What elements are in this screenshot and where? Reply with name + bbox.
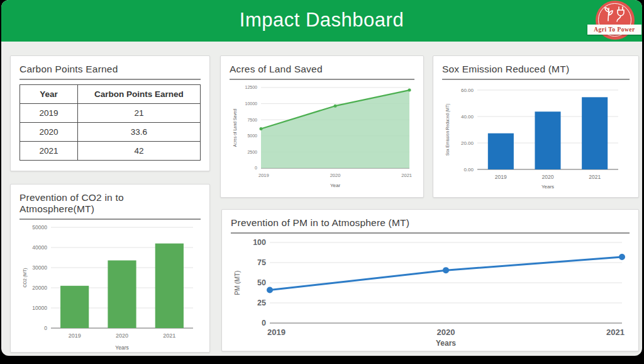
- svg-text:2021: 2021: [606, 327, 625, 337]
- svg-text:0: 0: [44, 325, 47, 331]
- sox-emission-chart: 0.0020.0040.0060.00201920202021Sox Emiss…: [442, 82, 630, 191]
- svg-text:2019: 2019: [258, 173, 269, 178]
- pm-prevention-chart: 0255075100201920202021PM (MT)Years: [231, 236, 630, 348]
- logo-ribbon-label: Agri To Power: [587, 25, 641, 35]
- title-divider: [19, 219, 201, 220]
- svg-text:10000: 10000: [245, 101, 258, 106]
- sprout-and-plug-icon: [603, 4, 627, 25]
- svg-text:12500: 12500: [245, 85, 258, 89]
- dashboard-frame: Impact Dashboard Agri To Power Carbon Po…: [1, 0, 642, 356]
- svg-text:2500: 2500: [247, 150, 257, 154]
- panel-co2-prevention: Prevention of CO2 in to Atmosphere(MT) 0…: [10, 184, 210, 353]
- svg-text:60.00: 60.00: [461, 88, 474, 93]
- svg-text:100: 100: [253, 238, 266, 247]
- svg-text:2021: 2021: [401, 173, 412, 178]
- panel-title: Carbon Points Earned: [19, 64, 201, 75]
- svg-text:Years: Years: [541, 184, 554, 190]
- svg-text:30000: 30000: [32, 264, 47, 271]
- svg-text:40.00: 40.00: [461, 114, 474, 120]
- panel-title: Acres of Land Saved: [230, 64, 414, 75]
- panel-carbon-points: Carbon Points Earned YearCarbon Points E…: [10, 55, 210, 171]
- svg-text:CO2 (MT): CO2 (MT): [23, 268, 28, 287]
- panel-title: Sox Emission Reduced (MT): [442, 64, 630, 75]
- svg-text:2020: 2020: [437, 327, 455, 337]
- svg-text:Year: Year: [330, 183, 341, 188]
- svg-text:20000: 20000: [32, 285, 47, 291]
- table-header-cell: Carbon Points Earned: [77, 85, 200, 104]
- table-cell: 21: [77, 104, 200, 123]
- table-cell: 2019: [20, 104, 78, 123]
- svg-text:2020: 2020: [330, 173, 341, 178]
- svg-text:10000: 10000: [32, 305, 47, 311]
- table-cell: 42: [77, 142, 200, 161]
- svg-text:0.00: 0.00: [464, 167, 474, 173]
- svg-text:50000: 50000: [32, 224, 47, 230]
- svg-text:2021: 2021: [163, 333, 175, 339]
- carbon-points-table: YearCarbon Points Earned201921202033.620…: [19, 84, 201, 161]
- title-divider: [19, 79, 201, 80]
- svg-text:2019: 2019: [495, 174, 507, 180]
- page-title: Impact Dashboard: [1, 0, 642, 40]
- svg-text:40000: 40000: [32, 244, 47, 251]
- table-row: 202033.6: [20, 123, 201, 142]
- svg-text:PM (MT): PM (MT): [234, 271, 241, 295]
- svg-text:Years: Years: [436, 339, 456, 348]
- svg-text:2020: 2020: [542, 174, 554, 180]
- svg-text:25: 25: [257, 299, 266, 307]
- panel-acres-of-land: Acres of Land Saved 02500500075001000012…: [220, 55, 424, 198]
- title-divider: [230, 79, 414, 80]
- svg-text:5000: 5000: [247, 134, 257, 138]
- svg-text:75: 75: [257, 258, 266, 267]
- svg-text:2019: 2019: [69, 333, 81, 339]
- svg-text:2019: 2019: [267, 327, 286, 337]
- panel-sox-emission: Sox Emission Reduced (MT) 0.0020.0040.00…: [433, 55, 639, 198]
- panel-title: Prevention of CO2 in to Atmosphere(MT): [19, 192, 201, 215]
- panel-title: Prevention of PM in to Atmosphere (MT): [231, 217, 630, 229]
- table-cell: 33.6: [77, 123, 200, 142]
- agri-to-power-logo: Agri To Power: [593, 1, 637, 41]
- svg-text:2021: 2021: [589, 174, 601, 180]
- svg-text:0: 0: [255, 166, 257, 170]
- header-bar: Impact Dashboard: [1, 0, 642, 42]
- panel-pm-prevention: Prevention of PM in to Atmosphere (MT) 0…: [221, 209, 639, 351]
- svg-text:Acres of Land Saved: Acres of Land Saved: [233, 108, 237, 147]
- svg-text:50: 50: [257, 278, 266, 287]
- title-divider: [231, 232, 630, 234]
- svg-text:0: 0: [262, 319, 266, 327]
- table-header-cell: Year: [20, 85, 78, 104]
- table-row: 202142: [20, 142, 201, 161]
- svg-text:7500: 7500: [247, 118, 257, 122]
- co2-prevention-chart: 01000020000300004000050000201920202021CO…: [19, 222, 202, 352]
- table-cell: 2020: [20, 123, 78, 142]
- table-cell: 2021: [20, 142, 78, 161]
- svg-text:Years: Years: [115, 344, 128, 351]
- acres-of-land-chart: 02500500075001000012500201920202021Acres…: [230, 82, 416, 190]
- svg-text:Sox Emission Reduced (MT): Sox Emission Reduced (MT): [445, 104, 450, 156]
- svg-text:20.00: 20.00: [461, 140, 474, 146]
- svg-text:2020: 2020: [116, 333, 128, 339]
- table-row: 201921: [20, 104, 201, 123]
- title-divider: [442, 79, 630, 80]
